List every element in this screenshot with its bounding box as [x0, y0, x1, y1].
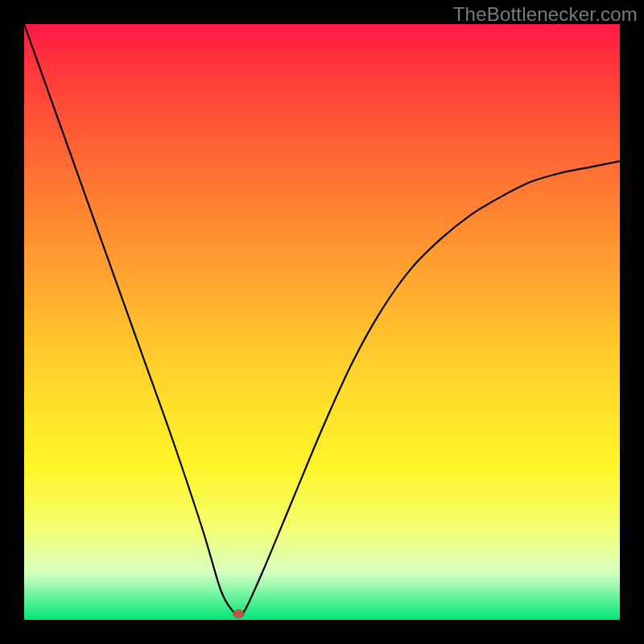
watermark-text: TheBottlenecker.com: [453, 3, 638, 26]
plot-area: [24, 24, 620, 620]
curve-layer: [24, 24, 620, 620]
marker-dot: [233, 610, 244, 618]
bottleneck-curve: [24, 24, 620, 615]
chart-frame: TheBottlenecker.com: [0, 0, 644, 644]
